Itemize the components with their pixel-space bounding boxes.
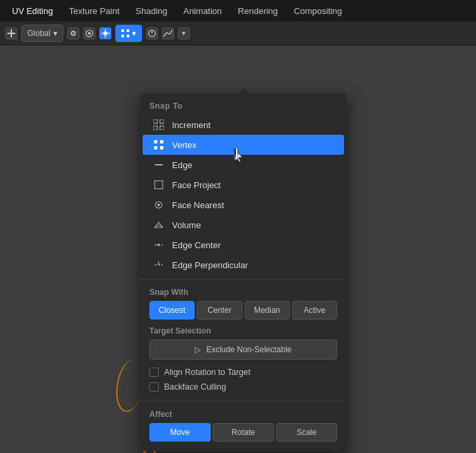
increment-icon: [152, 118, 165, 131]
exclude-non-selectable-btn[interactable]: ▷ Exclude Non-Selectable: [149, 340, 337, 360]
svg-rect-21: [160, 146, 163, 149]
svg-rect-1: [11, 29, 12, 37]
svg-rect-10: [127, 29, 129, 32]
transform-orientation-btn[interactable]: Global ▾: [21, 25, 63, 42]
affect-move-btn[interactable]: Move: [149, 423, 211, 442]
svg-rect-12: [127, 35, 129, 37]
face-project-label: Face Project: [172, 180, 221, 190]
snap-to-face-project[interactable]: Face Project: [143, 175, 344, 195]
top-menu-bar: UV Editing Texture Paint Shading Animati…: [0, 0, 476, 21]
volume-icon: [152, 218, 165, 232]
target-selection-title: Target Selection: [149, 326, 337, 336]
menu-uv-editing[interactable]: UV Editing: [5, 3, 59, 19]
dropdown-arrow-icon: ▾: [53, 29, 57, 38]
proportional-edit-icon[interactable]: [83, 27, 95, 39]
snap-with-buttons: Closest Center Median Active: [149, 301, 337, 320]
edge-center-label: Edge Center: [172, 240, 221, 250]
curve-dropdown-icon[interactable]: ▾: [178, 27, 190, 39]
snap-to-volume[interactable]: Volume: [143, 215, 344, 235]
svg-point-25: [157, 203, 160, 206]
svg-rect-9: [121, 29, 124, 32]
snap-to-face-nearest[interactable]: Face Nearest: [143, 195, 344, 215]
svg-rect-23: [155, 181, 163, 189]
svg-rect-8: [105, 29, 106, 38]
svg-rect-15: [160, 119, 164, 123]
vertex-label: Vertex: [172, 140, 197, 150]
target-selection-section: Target Selection ▷ Exclude Non-Selectabl…: [140, 322, 347, 362]
edge-icon: [152, 158, 165, 171]
snap-to-edge[interactable]: Edge: [143, 155, 344, 175]
align-rotation-label: Align Rotation to Target: [164, 368, 251, 377]
divider-2: [140, 401, 347, 402]
backface-culling-label: Backface Culling: [164, 382, 226, 392]
face-nearest-label: Face Nearest: [172, 200, 224, 210]
svg-rect-18: [154, 140, 157, 143]
backface-culling-checkbox[interactable]: [149, 382, 159, 392]
svg-rect-14: [153, 119, 157, 123]
snap-with-section: Snap With Closest Center Median Active: [140, 284, 347, 322]
affect-title: Affect: [149, 410, 337, 419]
snap-to-title: Snap To: [140, 99, 347, 115]
svg-rect-16: [153, 126, 157, 130]
divider-1: [140, 279, 347, 280]
menu-shading[interactable]: Shading: [129, 3, 174, 19]
snap-to-vertex[interactable]: Vertex: [143, 135, 344, 155]
snap-to-edge-perpendicular[interactable]: Edge Perpendicular: [143, 255, 344, 275]
edge-perpendicular-label: Edge Perpendicular: [172, 260, 248, 270]
snap-to-increment[interactable]: Increment: [143, 115, 344, 135]
snap-dropdown-arrow: ▾: [132, 29, 136, 38]
snap-dropdown-panel: Snap To Increment: [140, 93, 347, 451]
snap-to-edge-center[interactable]: Edge Center: [143, 235, 344, 255]
backface-culling-row[interactable]: Backface Culling: [149, 380, 337, 394]
svg-rect-17: [160, 126, 164, 130]
target-btn-label: Exclude Non-Selectable: [206, 345, 291, 354]
svg-rect-11: [121, 35, 124, 37]
menu-animation[interactable]: Animation: [177, 3, 229, 19]
edge-center-icon: [152, 238, 165, 252]
edge-label: Edge: [172, 160, 192, 170]
toolbar: Global ▾ ▾: [0, 21, 476, 45]
affect-rotate-btn[interactable]: Rotate: [213, 423, 274, 442]
svg-rect-20: [154, 146, 157, 149]
svg-point-3: [73, 33, 74, 34]
proportional-falloff-icon[interactable]: [146, 27, 158, 39]
vertex-icon: [152, 138, 165, 151]
pivot-point-icon[interactable]: [67, 27, 79, 39]
snap-toggle-icon[interactable]: [99, 27, 111, 39]
canvas-area: Snap To Increment: [0, 45, 476, 453]
affect-buttons: Move Rotate Scale: [149, 423, 337, 442]
snap-with-median[interactable]: Median: [245, 301, 290, 320]
checkbox-section: Align Rotation to Target Backface Cullin…: [140, 362, 347, 397]
face-project-icon: [152, 178, 165, 191]
volume-label: Volume: [172, 220, 201, 230]
svg-rect-19: [160, 140, 163, 143]
affect-scale-btn[interactable]: Scale: [276, 423, 337, 442]
transform-orientation-icon[interactable]: [5, 27, 17, 39]
snap-type-btn[interactable]: ▾: [115, 25, 142, 42]
align-rotation-checkbox[interactable]: [149, 368, 159, 377]
face-nearest-icon: [152, 198, 165, 211]
target-btn-icon: ▷: [195, 345, 201, 354]
snap-with-closest[interactable]: Closest: [149, 301, 195, 320]
align-rotation-row[interactable]: Align Rotation to Target: [149, 365, 337, 380]
curve-type-icon[interactable]: [162, 27, 174, 39]
svg-point-5: [88, 32, 91, 35]
snap-with-title: Snap With: [149, 288, 337, 297]
transform-orientation-label: Global: [27, 29, 51, 38]
menu-texture-paint[interactable]: Texture Paint: [62, 3, 126, 19]
menu-compositing[interactable]: Compositing: [287, 3, 349, 19]
snap-with-center[interactable]: Center: [197, 301, 242, 320]
increment-label: Increment: [172, 120, 211, 130]
svg-point-27: [157, 244, 160, 246]
affect-section: Affect Move Rotate Scale: [140, 406, 347, 446]
edge-perpendicular-icon: [152, 258, 165, 272]
snap-with-active[interactable]: Active: [292, 301, 337, 320]
menu-rendering[interactable]: Rendering: [231, 3, 285, 19]
